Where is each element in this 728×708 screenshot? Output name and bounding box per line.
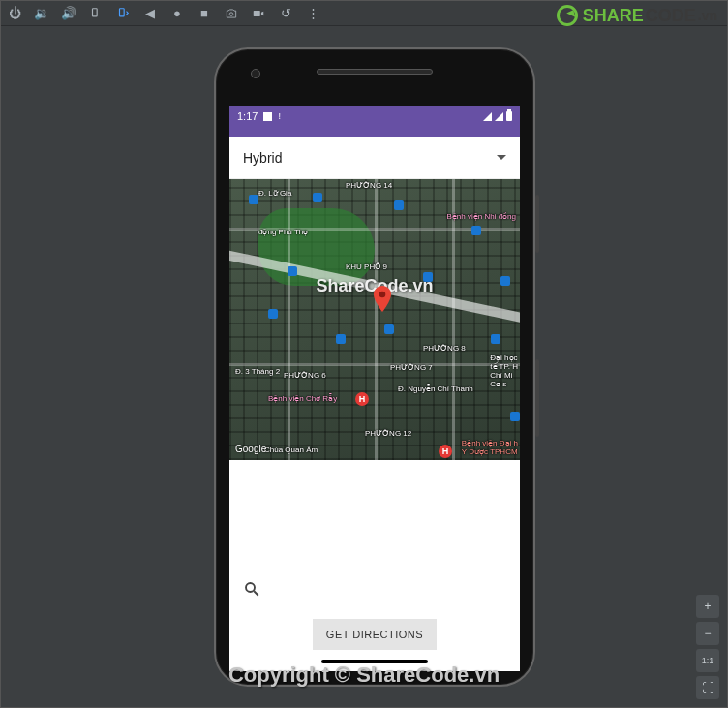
map-view[interactable]: PHƯỜNG 14 Đ. Lữ Gia Bệnh viện Nhi đồng đ… bbox=[229, 179, 520, 460]
rotate-right-icon[interactable] bbox=[115, 6, 131, 21]
zoom-in-button[interactable]: + bbox=[696, 595, 719, 618]
bottom-panel: GET DIRECTIONS bbox=[229, 460, 520, 671]
zoom-out-button[interactable]: − bbox=[696, 622, 719, 645]
statusbar-notif-icon bbox=[263, 112, 272, 121]
power-icon[interactable]: ⏻ bbox=[7, 6, 22, 21]
label-chua: Chùa Quan Âm bbox=[264, 446, 318, 454]
nav-pill[interactable] bbox=[321, 660, 428, 663]
rotate-left-icon[interactable] bbox=[88, 6, 104, 21]
device-frame: 1:17 ! Hybrid bbox=[214, 47, 535, 687]
label-phutho: động Phú Thọ bbox=[258, 228, 308, 236]
more-icon[interactable]: ⋮ bbox=[305, 6, 320, 21]
label-nhidong: Bệnh viện Nhi đồng bbox=[447, 212, 516, 221]
map-marker-icon[interactable] bbox=[373, 286, 392, 305]
bus-stop-icon bbox=[423, 272, 433, 282]
get-directions-button[interactable]: GET DIRECTIONS bbox=[313, 619, 437, 650]
bus-stop-icon bbox=[268, 309, 278, 319]
bus-stop-icon bbox=[394, 200, 404, 210]
volume-down-icon[interactable]: 🔉 bbox=[34, 6, 49, 21]
label-daihoc: Đại học tế TP. H Chí Mi Cơ s bbox=[490, 354, 518, 388]
spinner-label: Hybrid bbox=[243, 150, 282, 166]
logo-vn: .vn bbox=[698, 8, 717, 23]
bus-stop-icon bbox=[500, 276, 510, 286]
label-3thang2: Đ. 3 Tháng 2 bbox=[235, 367, 280, 376]
label-choray: Bệnh viện Chợ Rẫy bbox=[268, 394, 337, 403]
volume-up-icon[interactable]: 🔊 bbox=[61, 6, 76, 21]
label-phuong7: PHƯỜNG 7 bbox=[390, 363, 433, 372]
google-logo: Google bbox=[235, 444, 266, 454]
logo-code: CODE bbox=[646, 6, 696, 26]
hospital-icon: H bbox=[355, 392, 369, 406]
appbar bbox=[229, 127, 520, 137]
battery-icon bbox=[506, 111, 512, 121]
overview-icon[interactable]: ■ bbox=[197, 6, 212, 21]
sharecode-logo: SHARE CODE .vn bbox=[557, 5, 717, 26]
svg-point-2 bbox=[229, 12, 233, 15]
emulator-side-controls: + − 1:1 ⛶ bbox=[696, 595, 719, 699]
bus-stop-icon bbox=[249, 195, 258, 204]
statusbar-time: 1:17 bbox=[237, 110, 258, 122]
zoom-fit-button[interactable]: ⛶ bbox=[696, 676, 719, 699]
back-icon[interactable]: ◀ bbox=[142, 6, 158, 21]
label-khupho9: KHU PHỐ 9 bbox=[346, 262, 387, 271]
statusbar: 1:17 ! bbox=[229, 106, 520, 127]
logo-icon bbox=[557, 5, 578, 26]
label-phuong8: PHƯỜNG 8 bbox=[423, 344, 466, 353]
label-phuong12: PHƯỜNG 12 bbox=[365, 429, 411, 438]
wifi-icon bbox=[483, 112, 492, 121]
bus-stop-icon bbox=[510, 412, 520, 421]
bus-stop-icon bbox=[384, 324, 394, 334]
bus-stop-icon bbox=[336, 334, 346, 344]
chevron-down-icon bbox=[497, 155, 506, 160]
zoom-ratio-button[interactable]: 1:1 bbox=[696, 649, 719, 672]
svg-rect-3 bbox=[254, 11, 260, 16]
nav-bar bbox=[229, 660, 520, 671]
speaker-bar bbox=[317, 69, 433, 75]
signal-icon bbox=[495, 112, 503, 121]
restart-icon[interactable]: ↺ bbox=[278, 6, 293, 21]
map-type-spinner[interactable]: Hybrid bbox=[229, 137, 520, 179]
label-phuong14: PHƯỜNG 14 bbox=[346, 181, 392, 190]
home-icon[interactable]: ● bbox=[169, 6, 185, 21]
label-bvdh: Bệnh viện Đại h Y Dược TPHCM bbox=[462, 439, 518, 456]
hospital-icon: H bbox=[439, 445, 452, 458]
bus-stop-icon bbox=[288, 266, 297, 276]
device-screen: 1:17 ! Hybrid bbox=[229, 106, 520, 671]
bus-stop-icon bbox=[313, 193, 322, 202]
label-nct: Đ. Nguyễn Chí Thanh bbox=[398, 385, 473, 393]
camera-dot bbox=[251, 69, 260, 78]
svg-rect-0 bbox=[93, 8, 98, 15]
svg-rect-1 bbox=[120, 8, 125, 15]
label-phuong6: PHƯỜNG 6 bbox=[284, 371, 326, 380]
bus-stop-icon bbox=[491, 334, 500, 344]
search-icon[interactable] bbox=[229, 570, 520, 611]
bus-stop-icon bbox=[471, 226, 481, 235]
label-lugia: Đ. Lữ Gia bbox=[258, 189, 291, 198]
svg-line-6 bbox=[254, 591, 258, 596]
screenshot-icon[interactable] bbox=[224, 6, 239, 21]
logo-share: SHARE bbox=[583, 6, 644, 26]
statusbar-debug-icon: ! bbox=[278, 111, 281, 121]
svg-point-4 bbox=[379, 292, 386, 298]
svg-point-5 bbox=[246, 583, 255, 592]
record-icon[interactable] bbox=[251, 6, 266, 21]
